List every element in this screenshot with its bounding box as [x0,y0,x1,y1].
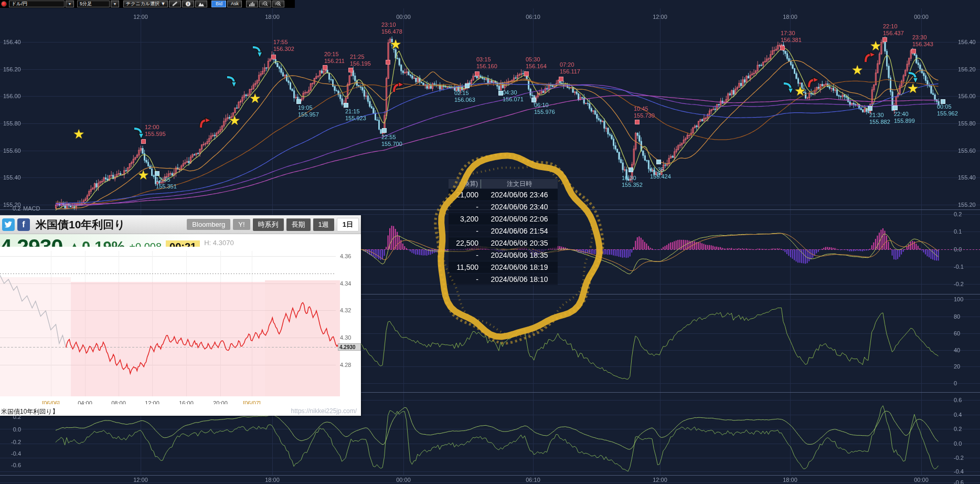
order-row[interactable]: 11,5002024/06/06 18:19 [449,261,558,273]
order-row[interactable]: 22,5002024/06/06 20:35 [449,237,558,249]
timeframe-select[interactable]: 5分足 [77,1,110,7]
yield-tab-時系列[interactable]: 時系列 [253,218,284,231]
order-amount: - [449,251,481,259]
zoom-in-button[interactable] [272,1,284,7]
down-arrow-icon [132,126,145,142]
twitter-bird-icon [4,221,13,228]
up-arrow-icon [391,80,404,96]
signal-marker-sell [524,71,529,76]
pencil-icon [172,1,178,7]
order-row[interactable]: 3,2002024/06/06 22:06 [449,213,558,225]
down-arrow-icon [781,81,795,97]
chevron-down-icon: ▼ [68,1,72,7]
signal-marker-sell [386,60,390,65]
signal-marker-buy [893,106,898,110]
yield-tab-1週[interactable]: 1週 [313,218,334,231]
order-amount: 3,200 [449,215,481,223]
order-datetime: 2024/06/06 21:54 [481,227,558,235]
order-history-table[interactable]: 換算) 注文日時 21,0002024/06/06 23:46-2024/06/… [449,179,558,285]
yield-overlay-window[interactable]: f 米国債10年利回り BloombergY!時系列長期1週1日 4.2930 … [0,215,361,416]
ask-label: Ask [231,1,239,7]
yield-tab-Y![interactable]: Y! [233,219,250,230]
yield-window-header: f 米国債10年利回り BloombergY!時系列長期1週1日 [0,215,361,234]
star-marker-icon: ★ [794,85,806,98]
signal-marker-sell [475,71,480,76]
chart-annotation: 23:30156.343 [912,34,933,48]
order-row[interactable]: -2024/06/06 18:35 [449,249,558,261]
ask-button[interactable]: Ask [227,1,242,7]
zoom-out-button[interactable] [259,1,271,7]
yield-tab-Bloomberg[interactable]: Bloomberg [187,219,230,230]
star-marker-icon: ★ [249,92,261,105]
yield-source-url[interactable]: https://nikkei225jp.com/ [291,407,357,415]
order-row[interactable]: 21,0002024/06/06 23:46 [449,189,558,201]
order-amount: 22,500 [449,239,481,247]
yield-tab-1日[interactable]: 1日 [337,218,359,232]
bid-label: Bid [216,1,222,7]
order-row[interactable]: -2024/06/06 21:54 [449,225,558,237]
twitter-share-icon[interactable] [2,218,15,231]
timeframe-label: 5分足 [80,1,92,7]
timeframe-dropdown-button[interactable]: ▼ [111,1,119,7]
currency-pair-select[interactable]: ドル/円 [9,1,65,7]
yield-tab-長期[interactable]: 長期 [286,218,311,231]
down-arrow-icon [225,75,238,90]
currency-pair-label: ドル/円 [12,1,27,7]
order-amount: 21,000 [449,191,481,199]
technical-select-button[interactable]: テクニカル選択 ▼ [123,1,168,7]
chart-annotation: 00:05155.962 [937,103,958,117]
chart-annotation: 10:45155.730 [634,106,655,119]
yield-chart-canvas[interactable] [0,247,361,404]
yield-window-title: 米国債10年利回り [36,217,125,232]
signal-marker-sell [780,46,785,50]
signal-marker-sell [911,49,916,54]
up-arrow-icon [862,50,876,66]
order-amount: - [449,227,481,235]
order-table-header: 換算) 注文日時 [449,179,558,188]
facebook-share-icon[interactable]: f [17,218,30,231]
order-datetime: 2024/06/06 18:10 [481,275,558,283]
order-datetime: 2024/06/06 23:46 [481,191,558,199]
signal-marker-sell [635,120,640,124]
volume-button[interactable] [246,1,258,7]
star-marker-icon: ★ [137,169,149,182]
chevron-down-icon: ▼ [113,1,117,7]
chart-annotation: 02:15156.063 [454,90,475,103]
info-icon: i [185,1,191,7]
chart-annotation: 22:10156.437 [883,23,904,37]
svg-text:i: i [188,2,189,6]
bid-button[interactable]: Bid [211,1,226,7]
order-amount: - [449,203,481,211]
chart-annotation: 04:30156.071 [503,89,524,103]
mountain-icon [198,1,205,7]
order-datetime: 2024/06/06 23:40 [481,203,558,211]
yield-caption: 米国債10年利回り】 [1,407,59,416]
signal-marker-buy [296,99,301,104]
chart-annotation: 12:00155.595 [145,124,166,138]
signal-marker-sell [348,68,353,72]
currency-pair-dropdown-button[interactable]: ▼ [66,1,74,7]
chart-annotation: 21:30155.882 [869,112,890,125]
order-datetime: 2024/06/06 18:35 [481,251,558,259]
order-table-rows: 21,0002024/06/06 23:46-2024/06/06 23:403… [449,189,558,285]
order-table-header-amount: 換算) [449,180,481,188]
chart-style-button[interactable] [195,1,207,7]
chart-annotation: 03:15156.160 [476,56,497,70]
chart-annotation: 17:55156.302 [273,39,294,52]
chart-annotation: 20:15156.211 [324,51,345,65]
chart-annotation: 21:25156.195 [350,54,371,67]
down-arrow-icon [250,45,264,60]
signal-marker-sell [559,77,563,81]
down-arrow-icon [906,70,920,86]
up-arrow-icon [806,76,819,91]
signal-marker-sell [323,65,327,70]
info-button[interactable]: i [182,1,194,7]
chart-annotation: 21:15155.923 [345,108,366,122]
order-row[interactable]: -2024/06/06 23:40 [449,201,558,213]
technical-select-label: テクニカル選択 ▼ [126,1,165,7]
star-marker-icon: ★ [73,128,84,141]
signal-marker-sell [271,55,276,59]
order-row[interactable]: -2024/06/06 18:10 [449,273,558,285]
chart-annotation: 17:30156.381 [781,30,802,44]
draw-pencil-button[interactable] [169,1,181,7]
